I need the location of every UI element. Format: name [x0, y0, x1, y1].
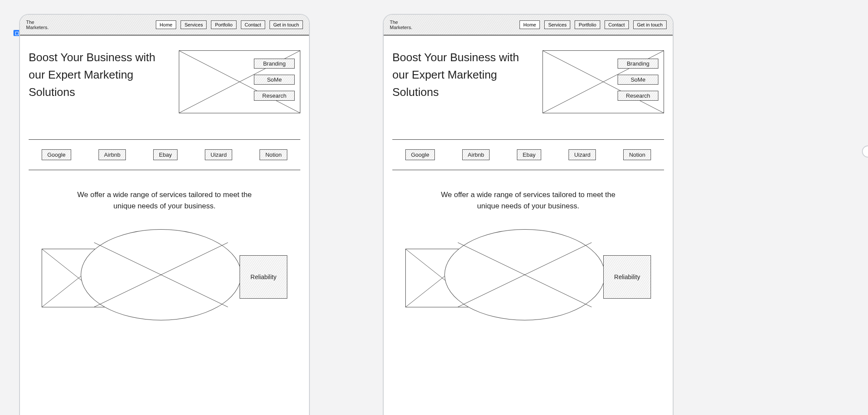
feature-card-reliability[interactable]: Reliability: [603, 255, 651, 299]
feature-card-label: Reliability: [614, 273, 640, 280]
client-airbnb[interactable]: Airbnb: [99, 149, 126, 160]
shape-oval-placeholder[interactable]: [444, 229, 605, 320]
nav-contact[interactable]: Contact: [241, 20, 265, 29]
shapes-composition: Reliability: [405, 229, 651, 320]
navbar: The Marketers. Home Services Portfolio C…: [20, 15, 309, 36]
hero-tag-some[interactable]: SoMe: [618, 75, 658, 85]
brand-line-2: Marketers.: [390, 25, 412, 30]
hero-tag-branding[interactable]: Branding: [254, 59, 295, 69]
nav-links: Home Services Portfolio Contact Get in t…: [156, 20, 303, 29]
hero-title: Boost Your Business with our Expert Mark…: [29, 49, 159, 113]
client-ebay[interactable]: Ebay: [517, 149, 541, 160]
nav-home[interactable]: Home: [156, 20, 176, 29]
hero-section: Boost Your Business with our Expert Mark…: [392, 49, 664, 113]
services-tagline: We offer a wide range of services tailor…: [69, 189, 260, 212]
hero-tag-some[interactable]: SoMe: [254, 75, 295, 85]
nav-get-in-touch[interactable]: Get in touch: [270, 20, 303, 29]
client-uizard[interactable]: Uizard: [205, 149, 233, 160]
client-google[interactable]: Google: [405, 149, 435, 160]
client-uizard[interactable]: Uizard: [569, 149, 596, 160]
client-logos-strip: Google Airbnb Ebay Uizard Notion: [29, 139, 300, 170]
brand-line-1: The: [390, 20, 398, 25]
client-notion[interactable]: Notion: [623, 149, 651, 160]
client-notion[interactable]: Notion: [260, 149, 287, 160]
nav-get-in-touch[interactable]: Get in touch: [633, 20, 667, 29]
brand-line-1: The: [26, 20, 34, 25]
feature-card-reliability[interactable]: Reliability: [240, 255, 287, 299]
brand-logo[interactable]: The Marketers.: [390, 20, 412, 30]
nav-links: Home Services Portfolio Contact Get in t…: [519, 20, 667, 29]
client-logos-strip: Google Airbnb Ebay Uizard Notion: [392, 139, 664, 170]
client-airbnb[interactable]: Airbnb: [462, 149, 490, 160]
nav-services[interactable]: Services: [544, 20, 570, 29]
nav-contact[interactable]: Contact: [605, 20, 629, 29]
hero-tag-research[interactable]: Research: [618, 91, 658, 101]
client-ebay[interactable]: Ebay: [153, 149, 178, 160]
canvas-stage: The Marketers. Home Services Portfolio C…: [0, 0, 868, 415]
brand-line-2: Marketers.: [26, 25, 49, 30]
brand-logo[interactable]: The Marketers.: [26, 20, 49, 30]
feature-card-label: Reliability: [250, 273, 276, 280]
hero-tag-branding[interactable]: Branding: [618, 59, 658, 69]
nav-home[interactable]: Home: [519, 20, 540, 29]
hero-section: Boost Your Business with our Expert Mark…: [29, 49, 300, 113]
nav-portfolio[interactable]: Portfolio: [211, 20, 236, 29]
services-tagline: We offer a wide range of services tailor…: [433, 189, 624, 212]
shape-oval-placeholder[interactable]: [81, 229, 241, 320]
hero-image-placeholder[interactable]: Branding SoMe Research: [542, 50, 664, 113]
hero-image-placeholder[interactable]: Branding SoMe Research: [179, 50, 300, 113]
nav-portfolio[interactable]: Portfolio: [575, 20, 600, 29]
artboard-2[interactable]: The Marketers. Home Services Portfolio C…: [383, 14, 674, 415]
shapes-composition: Reliability: [42, 229, 287, 320]
help-chat-bubble-icon[interactable]: [862, 145, 868, 158]
client-google[interactable]: Google: [42, 149, 71, 160]
nav-services[interactable]: Services: [181, 20, 207, 29]
artboard-1[interactable]: The Marketers. Home Services Portfolio C…: [19, 14, 310, 415]
hero-title: Boost Your Business with our Expert Mark…: [392, 49, 523, 113]
hero-tag-research[interactable]: Research: [254, 91, 295, 101]
navbar: The Marketers. Home Services Portfolio C…: [384, 15, 673, 36]
